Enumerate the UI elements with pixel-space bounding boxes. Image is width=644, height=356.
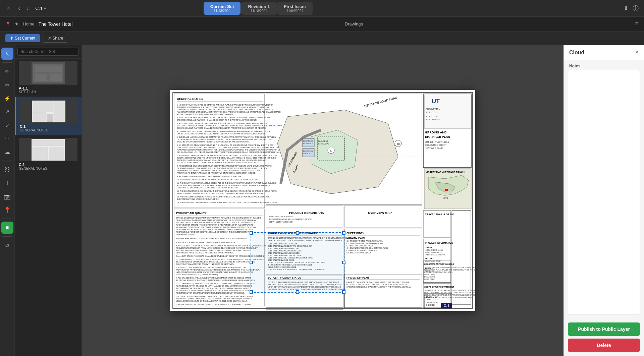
svg-text:H. COVER TRUCKS HAULING DIRT, : H. COVER TRUCKS HAULING DIRT, SAND, SOIL… bbox=[176, 295, 253, 297]
svg-text:AND IMPLEMENT ADDITIONAL MEASU: AND IMPLEMENT ADDITIONAL MEASURES AS NEC… bbox=[176, 222, 256, 224]
breadcrumb-home-label: Home bbox=[23, 21, 35, 26]
tool-pin[interactable]: 📍 bbox=[1, 204, 13, 216]
tool-snap[interactable]: ⚡ bbox=[1, 92, 13, 104]
svg-text:C-2  GRADING NOTES AND INFORMA: C-2 GRADING NOTES AND INFORMATION bbox=[346, 242, 383, 244]
left-toolbar: ↖ ✏ ✂ ⚡ ↗ ↙ □ ☁ ⛓ T 📷 📍 ■ ↺ bbox=[0, 45, 15, 356]
selection-box[interactable] bbox=[251, 232, 344, 293]
tool-rectangle[interactable]: □ bbox=[1, 132, 13, 144]
download-button[interactable]: ⬇ bbox=[624, 5, 629, 12]
tab-current-set[interactable]: Current Set 11/18/2024 bbox=[204, 2, 241, 15]
svg-text:ON A CUSTOM LOT. THE RESIDENCE: ON A CUSTOM LOT. THE RESIDENCE WILL INCL… bbox=[424, 292, 475, 294]
info-button[interactable]: ⓘ bbox=[633, 4, 639, 12]
svg-text:SCOPE OF WORK STATEMENT: SCOPE OF WORK STATEMENT bbox=[424, 286, 454, 288]
next-button[interactable]: › bbox=[24, 4, 31, 13]
delete-button[interactable]: Delete bbox=[568, 339, 640, 352]
set-current-button[interactable]: ⬆ Set Current bbox=[5, 34, 40, 42]
share-button[interactable]: ↗ Share bbox=[43, 34, 68, 43]
handle-mid-left[interactable] bbox=[250, 261, 253, 264]
tool-undo[interactable]: ↺ bbox=[1, 239, 13, 251]
svg-text:27: 27 bbox=[330, 149, 333, 152]
svg-text:John A. Kud...: John A. Kud... bbox=[426, 115, 439, 118]
svg-text:PREVENT AIRBORNE DUST FROM LEA: PREVENT AIRBORNE DUST FROM LEAVING THE S… bbox=[176, 247, 258, 249]
svg-text:DURING CONSTRUCTION/GRADING/EA: DURING CONSTRUCTION/GRADING/EARTHWORK AC… bbox=[176, 217, 261, 219]
search-input[interactable] bbox=[17, 48, 79, 56]
tool-link[interactable]: ⛓ bbox=[1, 164, 13, 176]
svg-text:SURFACES WITHIN 2 WEEKS OF COM: SURFACES WITHIN 2 WEEKS OF COMPLETION. bbox=[177, 198, 219, 200]
tool-separator-3 bbox=[2, 219, 12, 219]
top-right-actions: ⬇ ⓘ bbox=[624, 4, 639, 12]
home-link[interactable]: 📍 bbox=[5, 21, 11, 26]
sheet-item-c2[interactable]: C.2 GENERAL NOTES bbox=[15, 135, 82, 173]
tool-cut[interactable]: ✂ bbox=[1, 79, 13, 91]
svg-text:REQUIRED AFTER CONSTRUCTION TO: REQUIRED AFTER CONSTRUCTION TO PREVENT E… bbox=[176, 292, 245, 294]
handle-bottom-left[interactable] bbox=[250, 290, 253, 294]
svg-text:ELEV = 1109.07 (ASSUMED): ELEV = 1109.07 (ASSUMED) bbox=[269, 221, 293, 223]
svg-text:SCALE: 1"=20': SCALE: 1"=20' bbox=[426, 296, 438, 298]
handle-bottom-right[interactable] bbox=[342, 290, 345, 294]
svg-text:AND IMPLEMENTATION WHEN WIND S: AND IMPLEMENTATION WHEN WIND SPEEDS EXCE… bbox=[176, 249, 250, 251]
tool-arrow-up[interactable]: ↗ bbox=[1, 106, 13, 118]
svg-text:BE IMPLEMENTED WHERE NEEDED. T: BE IMPLEMENTED WHERE NEEDED. THESE MEASU… bbox=[176, 261, 255, 263]
breadcrumb-home[interactable]: ★ bbox=[15, 21, 19, 26]
svg-text:F. ALL GRADED SOIL AREAS SUBJE: F. ALL GRADED SOIL AREAS SUBJECT TO REVE… bbox=[176, 277, 251, 279]
svg-text:BUILDING: BUILDING bbox=[318, 140, 328, 142]
svg-text:KIRK & CARRIE ALLEN: KIRK & CARRIE ALLEN bbox=[425, 249, 443, 251]
handle-top-left[interactable] bbox=[250, 231, 253, 235]
notes-textarea[interactable] bbox=[568, 70, 640, 314]
action-bar: ⬆ Set Current ↗ Share bbox=[0, 32, 644, 45]
svg-text:239.4151: 239.4151 bbox=[426, 111, 437, 114]
svg-text:WORK MAY NOT BE IN PROGRESS. T: WORK MAY NOT BE IN PROGRESS. THE NAME AN… bbox=[176, 229, 253, 231]
svg-text:FIELD LOCATE ALL UTILITIES AND: FIELD LOCATE ALL UTILITIES AND IMMEDIATE… bbox=[177, 151, 280, 153]
svg-text:THE MEASURES FOR DUST CONTROL : THE MEASURES FOR DUST CONTROL ARE AS FOL… bbox=[176, 237, 247, 239]
tab-revision1[interactable]: Revision 1 11/18/2024 bbox=[241, 2, 276, 15]
svg-text:14 DAYS WHEN CONSTRUCTION IS T: 14 DAYS WHEN CONSTRUCTION IS TEMPORARILY… bbox=[176, 279, 255, 281]
share-label: Share bbox=[52, 36, 63, 41]
svg-text:DRAINAGE PLAN: DRAINAGE PLAN bbox=[425, 135, 450, 138]
svg-text:INTO STORMWATER RUNOFF WATER W: INTO STORMWATER RUNOFF WATER WHOSE GRADI… bbox=[176, 271, 253, 273]
svg-text:SHEET INDEX: SHEET INDEX bbox=[346, 232, 365, 235]
svg-text:PROJECT BENCHMARK: PROJECT BENCHMARK bbox=[289, 211, 324, 215]
svg-rect-4 bbox=[50, 74, 62, 81]
nav-arrows: ‹ › bbox=[16, 4, 32, 13]
handle-mid-right[interactable] bbox=[342, 261, 345, 264]
tool-cloud[interactable]: ☁ bbox=[1, 146, 13, 158]
handle-top-mid[interactable] bbox=[296, 231, 299, 235]
handle-top-right[interactable] bbox=[342, 231, 345, 235]
svg-text:ALL CONSTRUCTION WORK SHALL CO: ALL CONSTRUCTION WORK SHALL CONFORM TO L… bbox=[177, 111, 281, 113]
close-button[interactable]: × bbox=[5, 3, 12, 13]
svg-text:STANDARDS TO ENSURE COMPLIANCE: STANDARDS TO ENSURE COMPLIANCE WITH THE … bbox=[177, 170, 261, 172]
prev-button[interactable]: ‹ bbox=[16, 4, 23, 13]
svg-text:CONSTRUCTION AND AT ANY EXISTI: CONSTRUCTION AND AT ANY EXISTING TIME TH… bbox=[177, 109, 274, 111]
svg-text:C.1: C.1 bbox=[443, 304, 449, 308]
tool-select[interactable]: ↖ bbox=[1, 48, 13, 60]
cloud-panel-close-button[interactable]: × bbox=[635, 49, 639, 56]
cloud-panel: Cloud × Notes Publish to Public Layer De… bbox=[564, 45, 644, 356]
sheet-item-c1[interactable]: C.1 GENERAL NOTES bbox=[15, 97, 82, 135]
handle-bottom-mid[interactable] bbox=[296, 290, 299, 294]
svg-text:2.  ALL CONSTRUCTION WORK SHAL: 2. ALL CONSTRUCTION WORK SHALL CONFORM T… bbox=[177, 117, 271, 119]
second-bar: 📍 ★ Home The Tower Hotel Drawings ≡ bbox=[0, 17, 644, 32]
left-panel: A-1.1 SITE PLAN C.1 GENERAL NOTES bbox=[15, 45, 82, 356]
tool-camera[interactable]: 📷 bbox=[1, 190, 13, 202]
sheet-id-label: C.1 ▾ bbox=[35, 6, 46, 11]
tool-text[interactable]: T bbox=[1, 177, 13, 189]
tool-layer[interactable]: ■ bbox=[1, 222, 13, 234]
menu-icon[interactable]: ≡ bbox=[635, 20, 639, 27]
tool-pencil[interactable]: ✏ bbox=[1, 65, 13, 77]
svg-text:ENGINEERIN: ENGINEERIN bbox=[426, 108, 440, 110]
svg-text:PLANNING AND BUILDING. THE COU: PLANNING AND BUILDING. THE COUNTY SHALL … bbox=[177, 106, 269, 108]
sheet-item-a11[interactable]: A-1.1 SITE PLAN bbox=[15, 59, 82, 97]
publish-button[interactable]: Publish to Public Layer bbox=[568, 322, 640, 336]
svg-text:14. FOR ANY PUBLIC IMPROVEMENT: 14. FOR ANY PUBLIC IMPROVEMENTS TO BE MA… bbox=[177, 201, 277, 203]
drawing-area[interactable]: GENERAL NOTES 1. NO CONSTRUCTION SHALL B… bbox=[82, 45, 564, 356]
cloud-panel-content: Notes Publish to Public Layer Delete bbox=[564, 60, 644, 356]
svg-text:PREPARING AS-BUILT PLANS WILL : PREPARING AS-BUILT PLANS WILL BE PRESENT… bbox=[177, 172, 256, 174]
svg-text:SITE: SITE bbox=[443, 197, 448, 199]
svg-text:GARAGE: GARAGE bbox=[303, 153, 311, 155]
tool-arrow-down[interactable]: ↙ bbox=[1, 119, 13, 131]
sheet-dropdown[interactable]: ▾ bbox=[44, 6, 46, 11]
svg-rect-9 bbox=[47, 114, 53, 121]
tool-separator-2 bbox=[2, 161, 12, 161]
svg-text:C-1  PROJECT NOTES AND INFORMA: C-1 PROJECT NOTES AND INFORMATION bbox=[346, 240, 383, 242]
tab-first-issue[interactable]: First Issue 11/04/2024 bbox=[277, 2, 313, 15]
